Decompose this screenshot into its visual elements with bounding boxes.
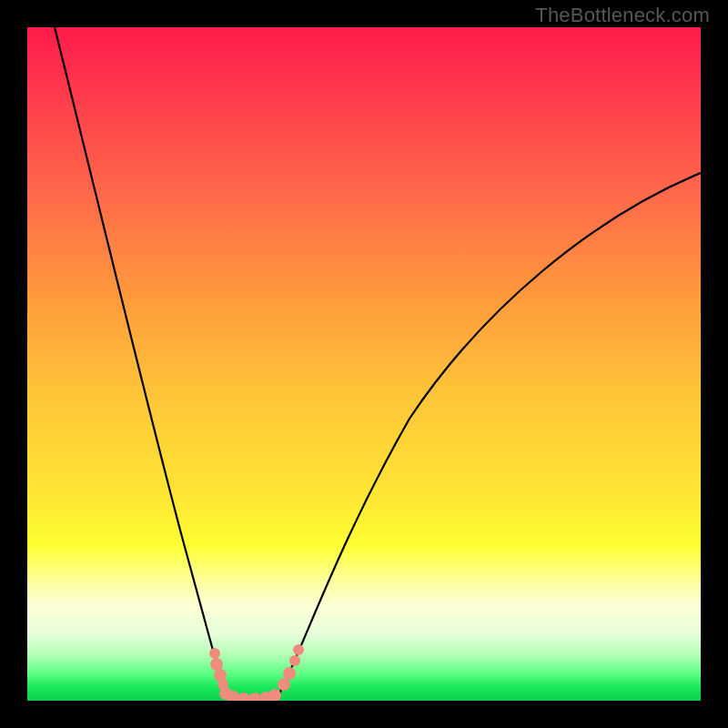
- data-marker: [278, 678, 290, 691]
- data-marker: [238, 693, 250, 701]
- marker-group: [209, 644, 304, 701]
- watermark-text: TheBottleneck.com: [535, 4, 710, 27]
- data-marker: [283, 667, 296, 680]
- curve-left-branch: [55, 27, 226, 697]
- data-marker: [248, 693, 261, 701]
- data-marker: [293, 644, 304, 655]
- curve-right-branch: [278, 173, 701, 695]
- data-marker: [268, 689, 281, 701]
- bottleneck-curve-chart: [27, 27, 701, 701]
- data-marker: [289, 655, 300, 666]
- data-marker: [210, 658, 223, 671]
- data-marker: [209, 648, 220, 659]
